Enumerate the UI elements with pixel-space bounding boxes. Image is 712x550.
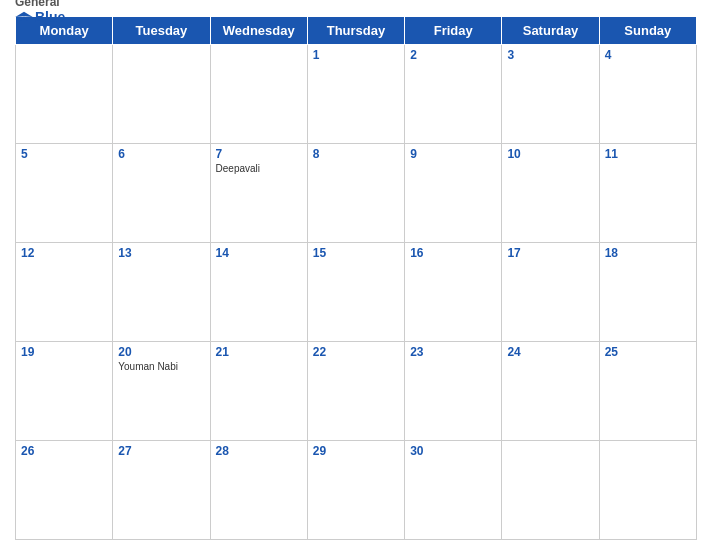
calendar-cell: 23 [405, 342, 502, 441]
calendar-cell: 8 [307, 144, 404, 243]
day-number: 13 [118, 246, 204, 260]
day-number: 24 [507, 345, 593, 359]
weekday-header-wednesday: Wednesday [210, 17, 307, 45]
day-number: 18 [605, 246, 691, 260]
logo-blue: Blue [15, 9, 65, 25]
day-number: 3 [507, 48, 593, 62]
day-number: 14 [216, 246, 302, 260]
holiday-name: Deepavali [216, 163, 302, 174]
holiday-name: Youman Nabi [118, 361, 204, 372]
weekday-header-sunday: Sunday [599, 17, 696, 45]
calendar-cell: 21 [210, 342, 307, 441]
calendar-cell [16, 45, 113, 144]
calendar-cell [599, 441, 696, 540]
weekday-header-friday: Friday [405, 17, 502, 45]
day-number: 8 [313, 147, 399, 161]
day-number: 30 [410, 444, 496, 458]
calendar-cell: 9 [405, 144, 502, 243]
calendar-cell: 30 [405, 441, 502, 540]
calendar-cell [502, 441, 599, 540]
calendar-cell: 18 [599, 243, 696, 342]
calendar-cell: 26 [16, 441, 113, 540]
day-number: 26 [21, 444, 107, 458]
calendar-cell: 27 [113, 441, 210, 540]
day-number: 10 [507, 147, 593, 161]
calendar-cell: 11 [599, 144, 696, 243]
calendar-cell [113, 45, 210, 144]
day-number: 25 [605, 345, 691, 359]
day-number: 12 [21, 246, 107, 260]
calendar-cell: 2 [405, 45, 502, 144]
day-number: 7 [216, 147, 302, 161]
week-row-3: 12131415161718 [16, 243, 697, 342]
day-number: 27 [118, 444, 204, 458]
logo-bird-icon [15, 10, 33, 24]
calendar-cell: 4 [599, 45, 696, 144]
week-row-5: 2627282930 [16, 441, 697, 540]
week-row-1: 1234 [16, 45, 697, 144]
calendar-cell: 1 [307, 45, 404, 144]
calendar-cell: 19 [16, 342, 113, 441]
day-number: 1 [313, 48, 399, 62]
day-number: 2 [410, 48, 496, 62]
day-number: 22 [313, 345, 399, 359]
weekday-header-thursday: Thursday [307, 17, 404, 45]
weekday-header-tuesday: Tuesday [113, 17, 210, 45]
day-number: 5 [21, 147, 107, 161]
calendar-cell: 25 [599, 342, 696, 441]
calendar-cell: 5 [16, 144, 113, 243]
day-number: 28 [216, 444, 302, 458]
day-number: 4 [605, 48, 691, 62]
week-row-4: 1920Youman Nabi2122232425 [16, 342, 697, 441]
weekday-header-saturday: Saturday [502, 17, 599, 45]
calendar-cell: 24 [502, 342, 599, 441]
week-row-2: 567Deepavali891011 [16, 144, 697, 243]
calendar-cell: 12 [16, 243, 113, 342]
svg-marker-1 [21, 16, 28, 20]
day-number: 9 [410, 147, 496, 161]
day-number: 20 [118, 345, 204, 359]
calendar-cell: 29 [307, 441, 404, 540]
calendar-cell: 17 [502, 243, 599, 342]
logo-general: General [15, 0, 60, 9]
calendar-cell: 10 [502, 144, 599, 243]
day-number: 21 [216, 345, 302, 359]
day-number: 6 [118, 147, 204, 161]
calendar-cell: 6 [113, 144, 210, 243]
day-number: 17 [507, 246, 593, 260]
calendar-table: MondayTuesdayWednesdayThursdayFridaySatu… [15, 16, 697, 540]
calendar-cell: 16 [405, 243, 502, 342]
calendar-cell: 15 [307, 243, 404, 342]
calendar-cell: 3 [502, 45, 599, 144]
calendar-cell: 13 [113, 243, 210, 342]
calendar-cell: 22 [307, 342, 404, 441]
day-number: 19 [21, 345, 107, 359]
day-number: 16 [410, 246, 496, 260]
day-number: 15 [313, 246, 399, 260]
weekday-header-row: MondayTuesdayWednesdayThursdayFridaySatu… [16, 17, 697, 45]
day-number: 23 [410, 345, 496, 359]
calendar-cell: 28 [210, 441, 307, 540]
logo: General Blue [15, 0, 65, 25]
calendar-cell: 7Deepavali [210, 144, 307, 243]
calendar-cell [210, 45, 307, 144]
calendar-cell: 14 [210, 243, 307, 342]
day-number: 11 [605, 147, 691, 161]
day-number: 29 [313, 444, 399, 458]
calendar-cell: 20Youman Nabi [113, 342, 210, 441]
